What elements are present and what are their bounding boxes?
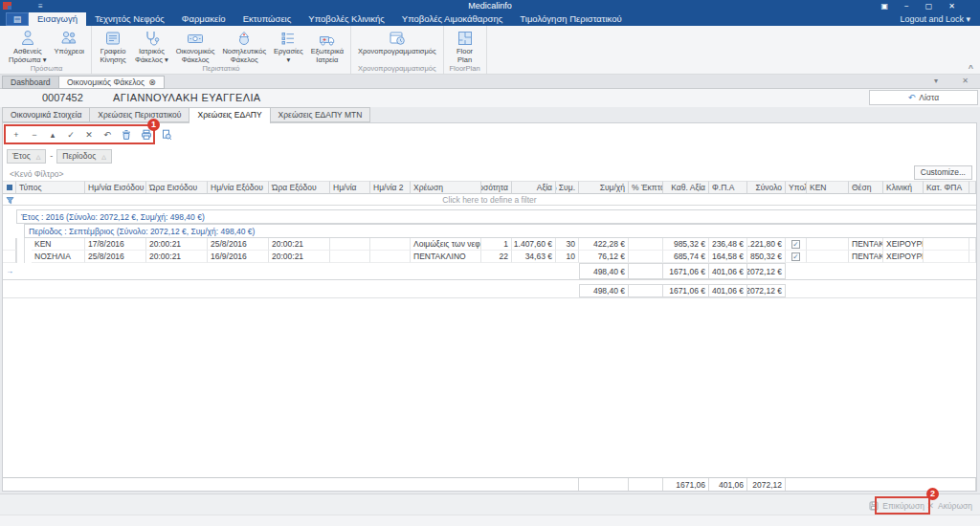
group-chip-year[interactable]: Έτος△ [7, 149, 46, 164]
confirm-button[interactable]: Επικύρωση [869, 498, 924, 513]
footer-net: 1671,06 € [663, 284, 709, 297]
column-header[interactable]: Σύνολο [747, 181, 786, 194]
column-header[interactable]: Ώρα Εξόδου [269, 181, 330, 194]
tab-economic-folder[interactable]: Οικονομικός Φάκελος⊗ [58, 76, 165, 89]
print-icon[interactable] [141, 129, 152, 141]
tab-incident-charges[interactable]: Χρεώσεις Περιστατικού [90, 107, 189, 122]
minimize-icon[interactable]: − [904, 0, 909, 12]
sort-asc-icon: △ [36, 153, 41, 160]
column-header[interactable]: Συμ/χή [579, 181, 629, 194]
cancel-button[interactable]: ✕ Ακύρωση [926, 498, 972, 513]
cell-vat: 164,58 € [709, 251, 747, 263]
edit-row-icon[interactable]: ▴ [48, 130, 57, 140]
column-header[interactable]: Υπολ. [786, 181, 807, 194]
column-header[interactable]: Ποσότητα [481, 181, 512, 194]
menu-tab-eisagogi[interactable]: Εισαγωγή [29, 12, 86, 26]
banknote-icon [186, 28, 205, 48]
column-header[interactable]: Κατ. ΦΠΑ [924, 181, 969, 194]
checkbox-checked[interactable]: ✓ [791, 240, 800, 249]
floorplan-button[interactable]: Floor Plan [447, 26, 483, 64]
year-group-footer: 498,40 € 1671,06 € 401,06 € 2072,12 € [3, 284, 976, 298]
ribbon-group-floorplan: Floor Plan FloorPlan [444, 26, 487, 74]
column-header[interactable]: ΚΕΝ [807, 181, 849, 194]
add-row-icon[interactable]: + [11, 130, 21, 140]
column-header[interactable]: Ημ/νία Εισόδου [85, 181, 146, 194]
close-icon[interactable]: ✕ [948, 0, 955, 12]
tab-economic-data[interactable]: Οικονομικά Στοιχεία [2, 107, 90, 122]
file-button[interactable]: ▤ [6, 12, 29, 26]
group-row-period-label: Περίοδος : Σεπτέμβριος (Σύνολο: 2072,12 … [24, 224, 976, 238]
edapy-charges-panel: + − ▴ ✓ ✕ ↶ 1 Έτος△ - Περίοδος△ <Κενό Φί… [2, 122, 977, 492]
menu-tab-ypovoles-klinikis[interactable]: Υποβολές Κλινικής [300, 12, 392, 26]
list-button[interactable]: ↶Λίστα [869, 90, 978, 105]
table-row-ken[interactable]: ΚΕΝ 17/8/2016 20:00:21 25/8/2016 20:00:2… [3, 238, 976, 251]
menu-tab-ypovoles-aimokatharsis[interactable]: Υποβολές Αιμοκάθαρσης [393, 12, 512, 26]
pin-window-icon[interactable]: ▣ [881, 0, 889, 12]
column-header[interactable]: Φ.Π.Α [709, 181, 747, 194]
customize-button[interactable]: Customize... [914, 165, 972, 180]
column-header[interactable]: Θέση [849, 181, 883, 194]
dock-menu-icon[interactable]: ▾ [934, 77, 938, 85]
column-header[interactable]: Κλινική [883, 181, 924, 194]
obligors-button[interactable]: Υπόχρεοι [51, 26, 89, 64]
cell-net: 685,74 € [663, 251, 709, 263]
logout-and-lock[interactable]: Logout and Lock ▾ [900, 12, 980, 26]
tab-edapy-charges[interactable]: Χρεώσεις ΕΔΑΠΥ [189, 107, 270, 123]
menu-tab-texnitos-nefros[interactable]: Τεχνητός Νεφρός [86, 12, 173, 26]
group-chip-period[interactable]: Περίοδος△ [56, 149, 112, 164]
cell-total: 850,32 € [747, 251, 786, 263]
menu-tab-ektyposeis[interactable]: Εκτυπώσεις [234, 12, 301, 26]
refresh-icon[interactable]: ↶ [102, 130, 112, 140]
checkbox-checked[interactable]: ✓ [791, 252, 800, 261]
preview-icon[interactable] [161, 129, 172, 141]
column-header[interactable]: Ημ/νία [330, 181, 370, 194]
grand-total-sum: 2072,12 [747, 478, 786, 491]
group-row-period[interactable]: Περίοδος : Σεπτέμβριος (Σύνολο: 2072,12 … [3, 224, 976, 238]
tab-close-icon[interactable]: ⊗ [148, 77, 156, 87]
apply-changes-icon[interactable]: ✓ [66, 130, 76, 140]
charges-grid: Τύπος Ημ/νία Εισόδου Ώρα Εισόδου Ημ/νία … [3, 181, 976, 298]
group-row-year[interactable]: Έτος : 2016 (Σύνολο: 2072,12 €, Συμ/χή: … [3, 209, 976, 224]
cell-position: ΠΕΝΤΑΚΛΙΝ [849, 238, 883, 251]
collapse-ribbon-icon[interactable]: ^ [969, 63, 973, 73]
back-arrow-icon: ↶ [908, 93, 916, 102]
cell-participation: 76,12 € [579, 251, 629, 263]
grid-header-row: Τύπος Ημ/νία Εισόδου Ώρα Εισόδου Ημ/νία … [3, 181, 976, 194]
column-header[interactable]: Ημ/νία Εξόδου [208, 181, 269, 194]
patient-name: ΑΓΙΑΝΝΟΥΛΑΚΗ ΕΥΑΓΓΕΛΙΑ [113, 92, 261, 103]
cell-date-out: 16/9/2016 [208, 251, 269, 263]
empty-filter-label[interactable]: <Κενό Φίλτρο> [10, 169, 64, 179]
column-header[interactable]: Καθ. Αξία [663, 181, 709, 194]
remove-row-icon[interactable]: − [30, 130, 39, 140]
column-header[interactable]: % Συμ. [556, 181, 579, 194]
column-header[interactable]: Ώρα Εισόδου [146, 181, 208, 194]
column-header[interactable]: Χρέωση [411, 181, 481, 194]
patients-button[interactable]: Ασθενείς Πρόσωπα ▾ [5, 26, 51, 64]
titlebar: ≡ Medicalinfo ▣ − ▢ ✕ [0, 0, 980, 12]
tab-dashboard[interactable]: Dashboard [2, 76, 59, 89]
medical-file-button[interactable]: Ιατρικός Φάκελος ▾ [131, 26, 172, 64]
cell-value: 34,63 € [512, 251, 556, 263]
outpatient-button[interactable]: Εξωτερικά Ιατρεία [307, 26, 347, 64]
movement-office-button[interactable]: Γραφείο Κίνησης [95, 26, 131, 64]
menu-tab-farmakeio[interactable]: Φαρμακείο [173, 12, 234, 26]
cancel-changes-icon[interactable]: ✕ [84, 130, 94, 140]
scheduling-button[interactable]: Χρονοπρογραμματισμός [354, 26, 440, 64]
tab-edapy-mtn-charges[interactable]: Χρεώσεις ΕΔΑΠΥ ΜΤΝ [271, 107, 371, 122]
column-header[interactable]: Αξία [512, 181, 556, 194]
column-header[interactable]: Ημ/νία 2 [370, 181, 411, 194]
column-header[interactable]: Τύπος [16, 181, 85, 194]
delete-icon[interactable] [121, 129, 132, 141]
select-all-cell[interactable] [3, 181, 16, 194]
nursing-file-button[interactable]: Νοσηλευτικός Φάκελος [218, 26, 270, 64]
restore-icon[interactable]: ▢ [925, 0, 933, 12]
dock-close-icon[interactable]: ✕ [962, 77, 969, 85]
column-header[interactable]: % Έκπτωση [629, 181, 663, 194]
annotation-badge-1: 1 [147, 119, 160, 131]
tasks-button[interactable]: Εργασίες ▾ [270, 26, 307, 64]
table-row-nosilia[interactable]: ΝΟΣΗΛΙΑ 25/8/2016 20:00:21 16/9/2016 20:… [3, 251, 976, 263]
filter-row: <Κενό Φίλτρο> Customize... [3, 167, 976, 181]
financial-file-button[interactable]: Οικονομικός Φάκελος [172, 26, 219, 64]
define-filter-row[interactable]: Click here to define a filter [3, 194, 976, 206]
menu-tab-timologisi[interactable]: Τιμολόγηση Περιστατικού [511, 12, 630, 26]
